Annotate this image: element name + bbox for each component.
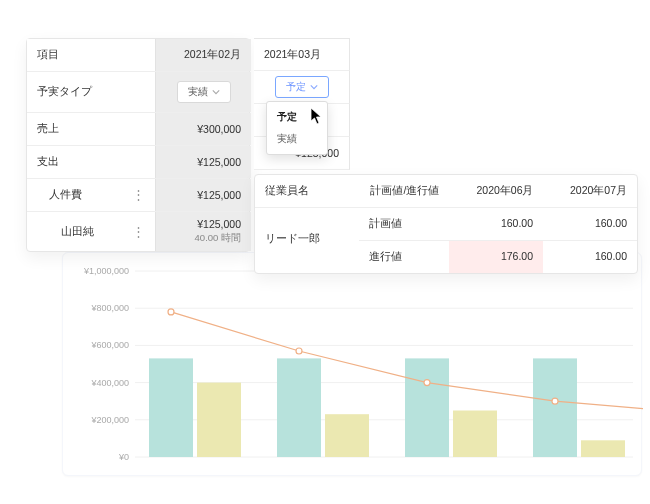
employee-name: リード一郎	[255, 208, 359, 268]
type-select-label: 実績	[188, 85, 208, 99]
type-select-plan[interactable]: 予定	[275, 76, 329, 98]
col-header-2020-06: 2020年06月	[450, 175, 544, 207]
label-labor-text: 人件費	[49, 188, 82, 202]
label-type: 予実タイプ	[27, 72, 155, 112]
y-axis-labels: ¥0 ¥200,000 ¥400,000 ¥600,000 ¥800,000 ¥…	[83, 266, 129, 462]
value-spend-2021-02: ¥125,000	[155, 146, 251, 178]
budget-actual-table: 項目 2021年02月 予実タイプ 実績 売上 ¥300,000 支出 ¥125…	[26, 38, 250, 252]
type-cell-2021-03: 予定 予定 実績	[254, 71, 350, 104]
cursor-icon	[310, 107, 324, 125]
svg-text:¥0: ¥0	[118, 452, 129, 462]
employee-name-cell: リード一郎	[255, 208, 359, 273]
progress-2020-06: 176.00	[449, 241, 543, 273]
bar-group-4	[533, 358, 625, 457]
svg-rect-15	[325, 414, 369, 457]
svg-rect-14	[277, 358, 321, 457]
row-spend: 支出 ¥125,000	[27, 146, 249, 179]
svg-rect-19	[581, 440, 625, 457]
svg-point-22	[424, 380, 430, 386]
col-header-2021-02: 2021年02月	[155, 39, 251, 71]
svg-point-23	[552, 398, 558, 404]
row-sales: 売上 ¥300,000	[27, 113, 249, 146]
person-hours: 40.00 時間	[195, 232, 241, 245]
svg-rect-12	[149, 358, 193, 457]
plan-2020-06: 160.00	[449, 208, 543, 240]
svg-text:¥800,000: ¥800,000	[90, 303, 129, 313]
employee-plan-progress-table: 従業員名 計画値/進行値 2020年06月 2020年07月 リード一郎 計画値…	[254, 174, 638, 274]
col-header-plan-progress: 計画値/進行値	[360, 175, 450, 207]
value-labor-2021-02: ¥125,000	[155, 179, 251, 211]
label-person: 山田純 ⋮	[27, 212, 155, 251]
type-select-plan-label: 予定	[286, 80, 306, 94]
col-header-2020-07: 2020年07月	[544, 175, 638, 207]
dropdown-option-actual[interactable]: 実績	[267, 128, 327, 150]
employee-row-group: リード一郎 計画値 160.00 160.00 進行値 176.00 160.0…	[255, 208, 637, 273]
row-person: 山田純 ⋮ ¥125,000 40.00 時間	[27, 212, 249, 251]
row-labor: 人件費 ⋮ ¥125,000	[27, 179, 249, 212]
label-progress: 進行値	[359, 241, 449, 273]
svg-point-20	[168, 309, 174, 315]
type-cell-2021-02: 実績	[155, 72, 251, 112]
svg-text:¥1,000,000: ¥1,000,000	[83, 266, 129, 276]
label-person-text: 山田純	[61, 225, 94, 239]
col-header-2021-03: 2021年03月	[254, 38, 350, 71]
label-sales: 売上	[27, 113, 155, 145]
col-header-item: 項目	[27, 39, 155, 71]
svg-point-21	[296, 348, 302, 354]
bar-group-3	[405, 358, 497, 457]
finance-chart: ¥0 ¥200,000 ¥400,000 ¥600,000 ¥800,000 ¥…	[62, 252, 642, 476]
value-sales-2021-02: ¥300,000	[155, 113, 251, 145]
row-plan: 計画値 160.00 160.00	[359, 208, 637, 241]
label-labor: 人件費 ⋮	[27, 179, 155, 211]
row-type: 予実タイプ 実績	[27, 72, 249, 113]
chevron-down-icon	[310, 83, 318, 91]
plan-2020-07: 160.00	[543, 208, 637, 240]
table-header-row: 従業員名 計画値/進行値 2020年06月 2020年07月	[255, 175, 637, 208]
value-person-2021-02: ¥125,000 40.00 時間	[155, 212, 251, 251]
svg-rect-18	[533, 358, 577, 457]
type-select-actual[interactable]: 実績	[177, 81, 231, 103]
label-spend: 支出	[27, 146, 155, 178]
row-actions-person[interactable]: ⋮	[131, 229, 145, 235]
table-header-row: 項目 2021年02月	[27, 39, 249, 72]
progress-2020-07: 160.00	[543, 241, 637, 273]
row-progress: 進行値 176.00 160.00	[359, 241, 637, 273]
bar-group-2	[277, 358, 369, 457]
col-header-employee: 従業員名	[255, 175, 360, 207]
chevron-down-icon	[212, 88, 220, 96]
row-actions-labor[interactable]: ⋮	[131, 192, 145, 198]
svg-text:¥400,000: ¥400,000	[90, 378, 129, 388]
person-amount: ¥125,000	[197, 218, 241, 230]
label-plan: 計画値	[359, 208, 449, 240]
col-2021-03: 2021年03月 予定 予定 実績 000 ¥125,000	[254, 38, 350, 170]
svg-rect-16	[405, 358, 449, 457]
bar-group-1	[149, 358, 241, 457]
chart-svg: ¥0 ¥200,000 ¥400,000 ¥600,000 ¥800,000 ¥…	[63, 253, 643, 477]
svg-text:¥600,000: ¥600,000	[90, 340, 129, 350]
svg-rect-13	[197, 383, 241, 457]
svg-text:¥200,000: ¥200,000	[90, 415, 129, 425]
svg-rect-17	[453, 411, 497, 458]
